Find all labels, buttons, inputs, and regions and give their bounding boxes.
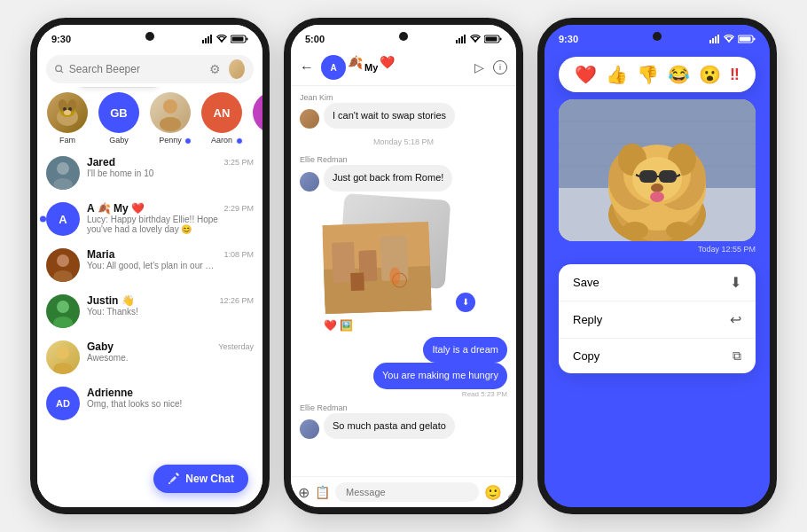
chat-time-gaby: Yesterday [218,342,254,351]
signal-icon-2 [456,35,466,43]
chat-item-gaby[interactable]: Gaby Yesterday Awesome. [37,334,262,380]
chat-info-amy: A 🍂 My ❤️ 2:29 PM Lucy: Happy birthday E… [87,202,254,234]
battery-icon-3 [738,35,756,43]
story-item-penny[interactable]: Penny [149,92,192,145]
chat-item-jared[interactable]: Jared 3:25 PM I'll be home in 10 [37,150,262,196]
chat-avatar-justin [46,294,80,328]
story-row: Fam Welcome to blue bubbles! GB Gaby [37,87,262,150]
new-chat-label: New Chat [185,473,234,485]
story-item-aaron[interactable]: AN Aaron [200,92,243,145]
svg-rect-29 [176,473,179,476]
svg-point-24 [53,270,73,282]
chat-preview-jared: I'll be home in 10 [87,168,220,178]
chat-time-jared: 3:25 PM [223,158,254,167]
msg-row-ellie-1: Ellie Redman Just got back from Rome! [300,155,507,191]
avatar-jean [300,109,319,129]
download-button[interactable]: ⬇ [456,293,475,312]
reaction-thumbsup-btn[interactable]: 👍 [606,64,628,85]
story-initials-gaby: GB [110,106,128,120]
add-icon[interactable]: ⊕ [298,484,309,501]
video-call-icon[interactable]: ▷ [474,60,484,74]
menu-item-save[interactable]: Save ⬇ [559,264,756,301]
status-icons-1 [202,35,248,43]
story-item-tori[interactable]: TS Tori [252,92,262,145]
svg-point-25 [57,301,69,313]
phone-3: 9:30 ❤️ 👍 👎 😂 😮 ‼ [537,18,777,514]
gear-icon[interactable]: ⚙ [208,59,223,79]
msg-sender-ellie-2: Ellie Redman [300,403,348,412]
story-item-gaby[interactable]: Welcome to blue bubbles! GB Gaby [98,92,140,145]
status-icons-3 [709,35,756,43]
chat-avatar-gaby [46,340,80,374]
svg-point-50 [728,40,731,43]
chat-avatar-jared [46,156,80,190]
user-avatar[interactable] [229,59,245,79]
menu-label-copy: Copy [573,349,599,363]
svg-rect-37 [486,37,498,42]
dog-photo-inner [559,99,756,241]
chat-initials-amy: A [59,213,67,226]
status-bar-1: 9:30 [37,25,262,50]
chat-info-gaby: Gaby Yesterday Awesome. [87,340,254,363]
reaction-heart: ❤️ [324,319,337,332]
search-icon [55,64,64,74]
svg-point-4 [221,40,223,43]
svg-rect-53 [740,37,751,42]
svg-point-8 [56,66,62,72]
story-label-gaby: Gaby [109,136,129,145]
chat-initials-adrienne: AD [56,398,70,409]
info-icon[interactable]: i [493,60,507,74]
chat-time-justin: 12:26 PM [219,296,254,305]
menu-item-reply[interactable]: Reply ↩ [559,301,756,339]
chat-name-adrienne: Adrienne [87,387,133,399]
person-icon-penny [150,92,191,133]
story-label-penny: Penny [159,136,182,145]
status-bar-3: 9:30 [545,25,770,50]
msg-sender-jean: Jean Kim [300,93,333,102]
svg-rect-43 [350,272,364,291]
camera-dot-3 [653,32,662,41]
save-icon: ⬇ [730,274,741,291]
chat-item-adrienne[interactable]: AD Adrienne Omg, that looks so nice! [37,380,262,426]
svg-rect-7 [232,37,244,42]
back-button[interactable]: ← [300,59,314,75]
search-bar[interactable]: ⚙ [46,55,254,83]
chat-item-amy[interactable]: A A 🍂 My ❤️ 2:29 PM Lucy: Happy birthday… [37,196,262,242]
svg-rect-52 [754,38,756,41]
mic-icon[interactable]: 🎤 [507,486,516,499]
chat-name-amy: A 🍂 My ❤️ [87,202,145,215]
sticker-icon[interactable]: 📋 [315,485,330,499]
reactions-row: ❤️ 🖼️ [324,317,507,332]
menu-label-save: Save [573,276,599,289]
wifi-icon [216,35,227,43]
msg-with-avatar-jean: I can't wait to swap stories [300,103,455,129]
reaction-heart-btn[interactable]: ❤️ [575,64,597,85]
message-input[interactable] [335,482,479,502]
chat-time-maria: 1:08 PM [223,250,254,259]
new-chat-button[interactable]: New Chat [153,465,248,493]
status-icons-2 [456,35,502,43]
svg-point-18 [160,117,181,131]
phone2-content: ← A 🍂 My ❤️ ▷ i Jean Kim I can't wait to… [291,50,516,507]
rome-image [322,222,431,314]
chat-preview-amy: Lucy: Happy birthday Ellie!! Hope you've… [87,215,220,234]
menu-item-copy[interactable]: Copy ⧉ [559,339,756,373]
svg-point-22 [53,178,73,190]
chat-item-maria[interactable]: Maria 1:08 PM You: All good, let's plan … [37,242,262,288]
menu-label-reply: Reply [573,313,602,326]
header-avatar-a: A [321,55,346,80]
chat-preview-gaby: Awesome. [87,353,220,363]
search-input[interactable] [69,63,202,75]
story-item-fam[interactable]: Fam [46,92,89,145]
emoji-icon[interactable]: 🙂 [484,484,502,501]
reaction-laugh-btn[interactable]: 😂 [668,64,690,85]
reaction-exclaim-btn[interactable]: ‼ [730,66,740,84]
reaction-thumbsdown-btn[interactable]: 👎 [637,64,659,85]
story-initials-aaron: AN [214,106,231,120]
svg-point-74 [651,184,663,192]
svg-point-23 [57,254,69,267]
phone-2: 5:00 ← A 🍂 My ❤️ ▷ i Jean Kim [284,18,523,514]
msg-row-jean: Jean Kim I can't wait to swap stories [300,93,507,129]
chat-item-justin[interactable]: Justin 👋 12:26 PM You: Thanks! [37,288,262,334]
reaction-wow-btn[interactable]: 😮 [699,64,721,85]
